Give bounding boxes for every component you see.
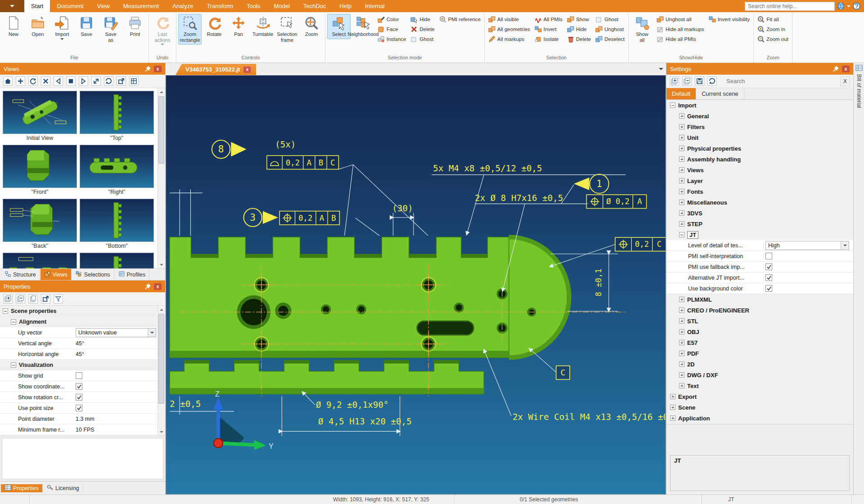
tree-node-assembly-handling[interactable]: Assembly handling xyxy=(666,154,853,165)
pan-button[interactable]: Pan xyxy=(227,14,250,39)
expand-icon[interactable] xyxy=(679,178,684,183)
face-button[interactable]: Face xyxy=(378,25,406,34)
new-button[interactable]: New xyxy=(2,14,25,39)
ribbon-tab-tools[interactable]: Tools xyxy=(240,0,267,12)
settings-search-clear-button[interactable]: X xyxy=(840,76,850,86)
pin-icon[interactable] xyxy=(144,65,151,72)
delete-button[interactable]: Delete xyxy=(410,25,434,34)
grid3-icon[interactable] xyxy=(129,76,139,86)
ribbon-tab-techdoc[interactable]: TechDoc xyxy=(297,0,333,12)
zoom-in-button[interactable]: Zoom in xyxy=(757,25,788,34)
tree-node-jt[interactable]: JT xyxy=(666,229,853,240)
exportWin-icon[interactable] xyxy=(41,294,50,303)
winMinus-icon[interactable] xyxy=(682,76,692,86)
plus-icon[interactable] xyxy=(16,76,25,86)
tree-node-physical-properties[interactable]: Physical properties xyxy=(666,143,853,154)
ribbon-tab-internal[interactable]: Internal xyxy=(358,0,391,12)
winPlus-icon[interactable] xyxy=(3,294,13,303)
closeN-icon[interactable] xyxy=(41,76,50,86)
tab-licensing[interactable]: Licensing xyxy=(43,484,83,492)
tree-node-pdf[interactable]: PDF xyxy=(666,348,853,359)
ribbon-tab-measurement[interactable]: Measurement xyxy=(117,0,166,12)
pin-icon[interactable] xyxy=(144,283,151,290)
home-icon[interactable] xyxy=(3,76,13,86)
expand-icon[interactable] xyxy=(679,351,684,356)
import-button[interactable]: Import xyxy=(50,14,74,44)
tree-node-dwg-dxf[interactable]: DWG / DXF xyxy=(666,370,853,380)
tree-node-step[interactable]: STEP xyxy=(666,219,853,229)
tab-properties[interactable]: Properties xyxy=(1,484,43,492)
expand-icon[interactable] xyxy=(679,135,684,140)
view-thumbnail[interactable]: "Right" xyxy=(80,145,154,196)
playR-icon[interactable] xyxy=(79,76,88,86)
setting-checkbox[interactable] xyxy=(765,285,772,292)
view-thumbnail[interactable]: "Back" xyxy=(3,199,77,250)
open-button[interactable]: Open xyxy=(26,14,50,39)
help-icon[interactable] xyxy=(853,2,860,10)
tree-node-views[interactable]: Views xyxy=(666,165,853,175)
show-all-button[interactable]: Show all xyxy=(630,14,654,45)
all-pmis-button[interactable]: All PMIs xyxy=(535,15,562,24)
hide-all-pmis-button[interactable]: Hide all PMIs xyxy=(657,35,704,44)
document-tab[interactable]: V3463753_310522.jt x xyxy=(176,64,256,75)
expand-icon[interactable] xyxy=(679,113,684,119)
document-tab-close-icon[interactable]: x xyxy=(243,67,251,73)
expand-icon[interactable] xyxy=(670,415,675,421)
expand-icon[interactable] xyxy=(679,200,684,205)
tree-node-import[interactable]: Import xyxy=(666,100,853,111)
tree-node-text[interactable]: Text xyxy=(666,380,853,391)
print-button[interactable]: Print xyxy=(123,14,147,39)
winMinus-icon[interactable] xyxy=(16,294,25,303)
zoom-out-button[interactable]: Zoom out xyxy=(757,35,788,44)
expand-icon[interactable] xyxy=(670,394,675,399)
property-category-alignment[interactable]: Alignment xyxy=(0,317,158,327)
setting-checkbox[interactable] xyxy=(765,263,772,270)
view-thumbnail[interactable] xyxy=(3,253,77,268)
deselect-button[interactable]: Deselect xyxy=(595,35,625,44)
tree-node-fonts[interactable]: Fonts xyxy=(666,186,853,197)
chevron-down-icon[interactable] xyxy=(148,329,156,337)
tree-node-obj[interactable]: OBJ xyxy=(666,326,853,337)
isolate-button[interactable]: Isolate xyxy=(535,35,562,44)
ribbon-tab-transform[interactable]: Transform xyxy=(200,0,240,12)
zoom-button[interactable]: Zoom xyxy=(300,14,323,39)
save-button[interactable]: Save xyxy=(75,14,98,39)
rotate-button[interactable]: Rotate xyxy=(202,14,226,39)
exportWin-icon[interactable] xyxy=(117,76,126,86)
copy-icon[interactable] xyxy=(28,294,38,303)
expand-icon[interactable] xyxy=(679,156,684,162)
expand-icon[interactable] xyxy=(679,210,684,216)
chevron-down-icon[interactable] xyxy=(841,241,849,250)
tab-selections[interactable]: Selections xyxy=(72,269,114,280)
collapse-icon[interactable] xyxy=(670,103,675,108)
tree-node-e57[interactable]: E57 xyxy=(666,337,853,348)
view-thumbnail[interactable] xyxy=(80,253,154,268)
property-checkbox[interactable] xyxy=(76,405,82,411)
filter-icon[interactable] xyxy=(54,294,63,303)
ribbon-tab-document[interactable]: Document xyxy=(50,0,90,12)
scroll-down-icon[interactable] xyxy=(158,261,165,268)
tree-node-scene[interactable]: Scene xyxy=(666,402,853,413)
settings-tab-current-scene[interactable]: Current scene xyxy=(696,88,744,99)
all-visible-button[interactable]: All visible xyxy=(488,15,530,24)
expand-icon[interactable] xyxy=(670,405,675,410)
loop-icon[interactable] xyxy=(104,76,113,86)
tab-structure[interactable]: Structure xyxy=(1,269,40,280)
expand-icon[interactable] xyxy=(679,167,684,173)
ghost-button[interactable]: Ghost xyxy=(595,15,625,24)
invert-button[interactable]: Invert xyxy=(535,25,562,34)
expand-icon[interactable] xyxy=(679,308,684,313)
tree-node-general[interactable]: General xyxy=(666,111,853,121)
expand-icon[interactable] xyxy=(679,189,684,194)
view-thumbnail[interactable]: "Bottom" xyxy=(80,199,154,250)
resizeArr-icon[interactable] xyxy=(91,76,101,86)
property-select[interactable]: Unknown value xyxy=(76,328,156,337)
document-list-caret-icon[interactable] xyxy=(659,68,663,72)
expand-icon[interactable] xyxy=(679,124,684,129)
view-thumbnail[interactable]: Initial View xyxy=(3,91,77,142)
tree-node-2d[interactable]: 2D xyxy=(666,359,853,370)
ghost-button[interactable]: Ghost xyxy=(410,35,434,44)
settings-tab-default[interactable]: Default xyxy=(666,88,696,99)
expand-icon[interactable] xyxy=(679,297,684,302)
winPlus-icon[interactable] xyxy=(670,76,679,86)
